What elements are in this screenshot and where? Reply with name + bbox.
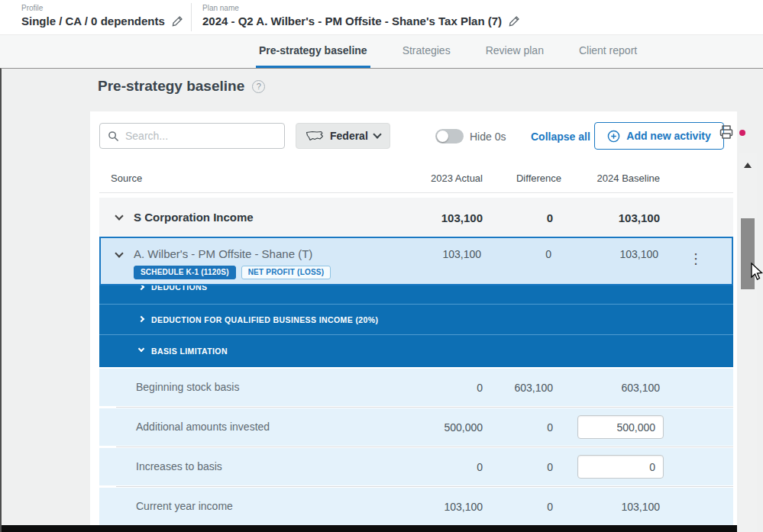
- column-2023-actual: 2023 Actual: [431, 172, 483, 184]
- vertical-scrollbar[interactable]: [739, 153, 757, 532]
- column-source: Source: [111, 172, 142, 184]
- difference-value: 0: [547, 501, 553, 513]
- collapse-all-link[interactable]: Collapse all: [531, 131, 590, 143]
- jurisdiction-dropdown[interactable]: Federal: [296, 123, 390, 149]
- table-body: S Corporation Income 103,100 0 103,100 A…: [99, 193, 733, 532]
- actual-value: 103,100: [444, 501, 483, 513]
- hide-zeros-label: Hide 0s: [470, 131, 506, 143]
- main-content: Pre-strategy baseline ? Federal Hide 0s …: [0, 68, 763, 532]
- tab-strategies[interactable]: Strategies: [399, 35, 454, 68]
- baseline-value: 603,100: [621, 382, 660, 394]
- section-header-qbi-deduction[interactable]: DEDUCTION FOR QUALIFIED BUSINESS INCOME …: [99, 305, 733, 335]
- baseline-input[interactable]: [577, 415, 664, 439]
- activity-baseline-value: 103,100: [619, 248, 658, 260]
- section-header-basis-limitation[interactable]: BASIS LIMITATION: [99, 335, 733, 367]
- hide-zeros-toggle[interactable]: [435, 129, 464, 143]
- plan-tabbar: Pre-strategy baseline Strategies Review …: [0, 34, 763, 68]
- activity-difference-value: 0: [545, 248, 551, 260]
- tab-review-plan[interactable]: Review plan: [483, 35, 547, 68]
- top-header: Profile Single / CA / 0 dependents Plan …: [0, 0, 763, 34]
- schedule-badge: SCHEDULE K-1 (1120S): [134, 266, 236, 279]
- search-input-wrapper: [99, 123, 285, 149]
- edit-profile-icon[interactable]: [172, 15, 183, 27]
- baseline-panel: Federal Hide 0s Collapse all Add new act…: [90, 111, 737, 532]
- profile-summary: Profile Single / CA / 0 dependents: [21, 4, 183, 27]
- app-window: Profile Single / CA / 0 dependents Plan …: [0, 0, 763, 532]
- bottom-edge-bar: [2, 525, 737, 532]
- plan-summary: Plan name 2024 - Q2 A. Wilber's - PM Off…: [202, 4, 520, 27]
- edit-plan-name-icon[interactable]: [509, 15, 520, 27]
- plus-circle-icon: [607, 130, 620, 143]
- actual-value: 0: [477, 461, 483, 473]
- profile-value: Single / CA / 0 dependents: [21, 15, 165, 27]
- search-input[interactable]: [125, 130, 276, 142]
- table-header-row: Source 2023 Actual Difference 2024 Basel…: [99, 165, 733, 193]
- chevron-down-icon[interactable]: [115, 211, 123, 220]
- difference-value: 0: [547, 461, 553, 473]
- activity-row-label: A. Wilber's - PM Offsite - Shane (T): [134, 247, 312, 260]
- profile-label: Profile: [21, 4, 183, 12]
- net-profit-badge: NET PROFIT (LOSS): [241, 266, 331, 279]
- plan-name-value: 2024 - Q2 A. Wilber's - PM Offsite - Sha…: [202, 15, 502, 27]
- row-divider: [116, 407, 733, 408]
- chevron-right-icon: [138, 316, 144, 322]
- header-divider: [191, 3, 192, 31]
- chevron-down-icon: [138, 346, 144, 352]
- jurisdiction-value: Federal: [330, 130, 368, 142]
- difference-value: 603,100: [514, 382, 553, 394]
- chevron-right-icon: [138, 285, 144, 290]
- actual-value: 500,000: [444, 421, 483, 434]
- help-icon[interactable]: ?: [252, 80, 265, 93]
- toggle-knob: [437, 131, 448, 142]
- activity-badges: SCHEDULE K-1 (1120S) NET PROFIT (LOSS): [134, 266, 331, 279]
- kebab-menu-icon[interactable]: ⋮: [689, 252, 703, 266]
- section-header-deductions[interactable]: DEDUCTIONS: [99, 285, 733, 305]
- baseline-input[interactable]: [577, 455, 664, 479]
- scroll-up-arrow-icon[interactable]: [744, 163, 752, 168]
- plan-name-label: Plan name: [202, 4, 520, 12]
- print-icon[interactable]: [718, 124, 735, 140]
- group-actual-value: 103,100: [441, 211, 483, 224]
- activity-actual-value: 103,100: [442, 248, 481, 260]
- group-row-s-corporation-income[interactable]: S Corporation Income 103,100 0 103,100: [99, 198, 733, 236]
- column-2024-baseline: 2024 Baseline: [597, 172, 660, 184]
- chevron-down-icon: [373, 130, 381, 138]
- group-row-label: S Corporation Income: [134, 211, 254, 224]
- group-baseline-value: 103,100: [619, 211, 660, 224]
- column-difference: Difference: [516, 172, 561, 184]
- tab-pre-strategy-baseline[interactable]: Pre-strategy baseline: [256, 35, 370, 68]
- page-title: Pre-strategy baseline ?: [98, 78, 265, 95]
- notification-dot: [739, 130, 745, 136]
- usa-map-icon: [306, 130, 324, 142]
- row-divider: [116, 486, 733, 487]
- activity-row-selected[interactable]: A. Wilber's - PM Offsite - Shane (T) 103…: [99, 237, 733, 285]
- group-difference-value: 0: [547, 211, 553, 224]
- chevron-down-icon[interactable]: [115, 249, 123, 257]
- tab-client-report[interactable]: Client report: [576, 35, 640, 68]
- row-beginning-stock-basis: Beginning stock basis 0 603,100 603,100: [99, 369, 733, 406]
- search-icon: [108, 131, 119, 142]
- row-current-year-income: Current year income 103,100 0 103,100: [99, 488, 733, 525]
- row-increases-to-basis: Increases to basis 0 0: [99, 448, 733, 485]
- row-additional-amounts-invested: Additional amounts invested 500,000 0: [99, 408, 733, 446]
- add-new-activity-button[interactable]: Add new activity: [594, 122, 724, 150]
- row-divider: [116, 447, 733, 447]
- scrollbar-thumb[interactable]: [741, 218, 755, 289]
- actual-value: 0: [477, 382, 483, 394]
- baseline-value: 103,100: [621, 501, 660, 513]
- difference-value: 0: [547, 421, 553, 434]
